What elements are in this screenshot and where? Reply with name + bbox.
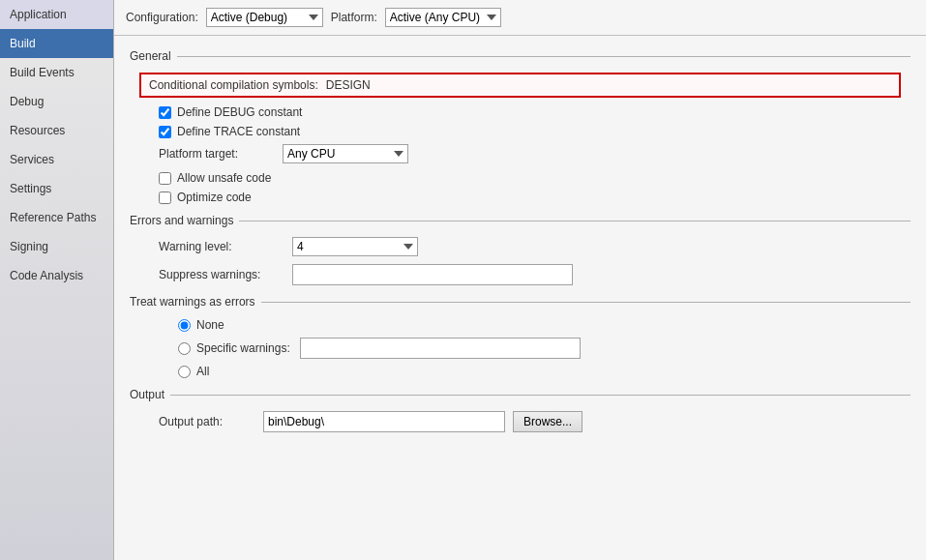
conditional-compilation-row: Conditional compilation symbols: — [139, 73, 901, 98]
general-section-header: General — [130, 49, 911, 63]
none-radio[interactable] — [178, 319, 191, 332]
top-bar: Configuration: Active (Debug) Debug Rele… — [114, 0, 926, 35]
output-section-line — [170, 395, 911, 396]
output-path-label: Output path: — [159, 415, 255, 428]
sidebar-item-reference-paths[interactable]: Reference Paths — [0, 203, 113, 232]
define-trace-checkbox[interactable] — [159, 126, 171, 138]
output-label: Output — [130, 388, 164, 401]
ccs-input[interactable] — [326, 78, 891, 92]
all-radio[interactable] — [178, 366, 191, 378]
suppress-warnings-input[interactable] — [292, 264, 573, 285]
allow-unsafe-row: Allow unsafe code — [130, 171, 911, 185]
none-radio-label: None — [196, 318, 224, 332]
optimize-code-row: Optimize code — [130, 191, 911, 204]
warning-level-select[interactable]: 0 1 2 3 4 — [292, 237, 418, 256]
sidebar-item-debug[interactable]: Debug — [0, 87, 113, 116]
sidebar-item-signing[interactable]: Signing — [0, 232, 113, 261]
errors-section-header: Errors and warnings — [130, 214, 911, 227]
sidebar-item-resources[interactable]: Resources — [0, 116, 113, 145]
warning-level-row: Warning level: 0 1 2 3 4 — [130, 237, 911, 256]
treat-warnings-section-header: Treat warnings as errors — [130, 295, 911, 309]
specific-warnings-radio[interactable] — [178, 342, 191, 355]
sidebar-item-code-analysis[interactable]: Code Analysis — [0, 261, 113, 290]
allow-unsafe-checkbox[interactable] — [159, 172, 171, 185]
platform-label: Platform: — [331, 11, 377, 24]
allow-unsafe-label: Allow unsafe code — [177, 171, 271, 185]
platform-target-select[interactable]: Any CPU x86 x64 — [283, 144, 408, 163]
suppress-warnings-label: Suppress warnings: — [159, 268, 284, 281]
optimize-code-label: Optimize code — [177, 191, 252, 204]
all-radio-row: All — [130, 365, 911, 378]
general-label: General — [130, 49, 171, 63]
define-trace-label: Define TRACE constant — [177, 125, 300, 138]
specific-warnings-label: Specific warnings: — [196, 341, 290, 355]
define-trace-row: Define TRACE constant — [130, 125, 911, 138]
all-radio-label: All — [196, 365, 209, 378]
platform-target-label: Platform target: — [159, 147, 275, 161]
sidebar: Application Build Build Events Debug Res… — [0, 0, 114, 560]
content-area: General Conditional compilation symbols:… — [114, 36, 926, 560]
platform-target-row: Platform target: Any CPU x86 x64 — [130, 144, 911, 163]
errors-section-line — [239, 221, 911, 221]
sidebar-item-services[interactable]: Services — [0, 145, 113, 174]
sidebar-item-build[interactable]: Build — [0, 29, 113, 58]
output-section-header: Output — [130, 388, 911, 401]
general-section-line — [177, 56, 911, 57]
specific-warnings-input[interactable] — [300, 338, 581, 359]
define-debug-row: Define DEBUG constant — [130, 105, 911, 119]
specific-warnings-row: Specific warnings: — [130, 338, 911, 359]
output-path-input[interactable] — [263, 411, 505, 432]
errors-label: Errors and warnings — [130, 214, 233, 227]
ccs-label: Conditional compilation symbols: — [149, 78, 318, 92]
suppress-warnings-row: Suppress warnings: — [130, 264, 911, 285]
define-debug-checkbox[interactable] — [159, 106, 171, 119]
output-path-row: Output path: Browse... — [130, 411, 911, 432]
treat-warnings-section-line — [261, 302, 911, 303]
configuration-label: Configuration: — [126, 11, 198, 24]
main-content: Configuration: Active (Debug) Debug Rele… — [114, 0, 926, 560]
optimize-code-checkbox[interactable] — [159, 192, 171, 204]
configuration-select[interactable]: Active (Debug) Debug Release All Configu… — [206, 8, 323, 27]
sidebar-item-settings[interactable]: Settings — [0, 174, 113, 203]
none-radio-row: None — [130, 318, 911, 332]
sidebar-item-build-events[interactable]: Build Events — [0, 58, 113, 87]
treat-warnings-label: Treat warnings as errors — [130, 295, 255, 309]
define-debug-label: Define DEBUG constant — [177, 105, 302, 119]
platform-select[interactable]: Active (Any CPU) Any CPU x86 x64 — [385, 8, 501, 27]
browse-button[interactable]: Browse... — [513, 411, 582, 432]
sidebar-item-application[interactable]: Application — [0, 0, 113, 29]
warning-level-label: Warning level: — [159, 240, 284, 253]
